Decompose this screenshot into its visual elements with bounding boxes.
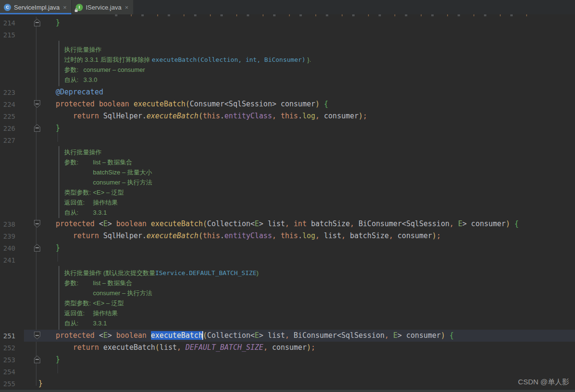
- gutter-cell: [15, 254, 38, 266]
- token: (: [203, 331, 207, 340]
- token: ;: [437, 231, 441, 240]
- doc-line: 返回值:操作结果: [64, 308, 575, 318]
- doc-text: 操作结果: [93, 199, 118, 206]
- code-line-254[interactable]: 254: [0, 366, 575, 378]
- token: entityClass: [224, 231, 272, 240]
- token: Consumer<SqlSession>: [190, 100, 276, 108]
- token: [38, 331, 56, 340]
- line-number: 240: [0, 244, 15, 252]
- token: this: [203, 231, 220, 240]
- token: (: [198, 112, 203, 120]
- line-number: 224: [0, 101, 15, 108]
- token: consumer: [393, 231, 432, 240]
- interface-icon: I: [76, 4, 83, 11]
- fold-marker-icon[interactable]: [34, 124, 40, 132]
- token: >: [108, 219, 116, 228]
- doc-text: list – 数据集合: [93, 159, 132, 166]
- token: ,: [272, 112, 276, 120]
- token: [147, 331, 151, 340]
- gutter-cell: [15, 378, 38, 390]
- code-line-214[interactable]: 214 }: [0, 17, 575, 29]
- token: >: [259, 219, 264, 228]
- rendered-javadoc-block[interactable]: 执行批量操作过时的 3.3.1 后面我打算移除掉 executeBatch(Co…: [58, 41, 575, 86]
- line-number: 215: [0, 31, 15, 39]
- token: E: [458, 219, 462, 228]
- token: ,: [449, 219, 454, 228]
- line-number: 239: [0, 232, 15, 240]
- token: .: [298, 231, 302, 240]
- code-line-215[interactable]: 215: [0, 29, 575, 41]
- doc-text: consumer – 执行方法: [93, 289, 152, 297]
- code-line-226[interactable]: 226 }: [0, 122, 575, 134]
- csdn-watermark: CSDN @单人影: [518, 378, 569, 387]
- token: executeBatch: [147, 112, 198, 120]
- token: {: [449, 331, 454, 340]
- code-line-223[interactable]: 223 @Deprecated: [0, 86, 575, 98]
- token: ,: [285, 219, 289, 228]
- gutter-cell: [15, 230, 38, 242]
- tab-iservice-java[interactable]: I IService.java ×: [71, 0, 133, 14]
- token: E: [103, 219, 107, 228]
- token: ): [315, 100, 320, 108]
- fold-marker-icon[interactable]: [34, 19, 40, 26]
- token: return: [73, 112, 99, 120]
- code-editor[interactable]: 214 }215执行批量操作过时的 3.3.1 后面我打算移除掉 execute…: [0, 14, 575, 390]
- token: (: [203, 219, 207, 228]
- doc-text: consumer – 执行方法: [93, 179, 152, 186]
- token: ,: [285, 331, 289, 340]
- code-line-239[interactable]: 239 return SqlHelper.executeBatch(this.e…: [0, 230, 575, 242]
- code-text: return SqlHelper.executeBatch(this.entit…: [38, 110, 367, 122]
- fold-marker-icon[interactable]: [34, 220, 40, 228]
- gutter-cell: [15, 17, 38, 29]
- token: [38, 219, 56, 228]
- fold-marker-icon[interactable]: [34, 332, 40, 339]
- fold-marker-icon[interactable]: [34, 100, 40, 108]
- code-text: protected boolean executeBatch(Consumer<…: [38, 98, 328, 110]
- close-icon[interactable]: ×: [125, 4, 128, 11]
- token: ,: [350, 219, 354, 228]
- code-line-224[interactable]: 224 protected boolean executeBatch(Consu…: [0, 98, 575, 110]
- fold-marker-icon[interactable]: [34, 356, 40, 363]
- token: [389, 331, 393, 340]
- code-text: @Deprecated: [38, 86, 103, 98]
- token: [181, 343, 185, 352]
- tab-serviceimpl-java[interactable]: C ServiceImpl.java ×: [0, 0, 71, 14]
- token: boolean: [99, 100, 129, 108]
- rendered-javadoc-block[interactable]: 执行批量操作 (默认批次提交数量IService.DEFAULT_BATCH_S…: [58, 266, 575, 330]
- code-text: }: [38, 378, 43, 390]
- code-line-227[interactable]: 227: [0, 134, 575, 146]
- doc-text: list – 数据集合: [93, 279, 132, 287]
- code-line-238[interactable]: 238 protected <E> boolean executeBatch(C…: [0, 218, 575, 230]
- token: protected: [56, 219, 94, 228]
- doc-line: consumer – 执行方法: [64, 177, 575, 187]
- code-text: }: [38, 122, 60, 134]
- token: [38, 112, 73, 120]
- token: (: [185, 100, 190, 108]
- token: [276, 231, 281, 240]
- code-line-255[interactable]: 255}: [0, 378, 575, 390]
- doc-line: 参数:consumer – consumer: [64, 65, 575, 75]
- gutter-cell: [15, 330, 38, 342]
- status-strip: [0, 389, 575, 392]
- code-line-225[interactable]: 225 return SqlHelper.executeBatch(this.e…: [0, 110, 575, 122]
- token: {: [514, 219, 518, 228]
- line-number: 255: [0, 380, 15, 388]
- doc-text: executeBatch(Collection, int, BiConsumer…: [152, 56, 306, 63]
- code-line-252[interactable]: 252 return executeBatch(list, DEFAULT_BA…: [0, 342, 575, 354]
- doc-text: 操作结果: [93, 310, 118, 317]
- code-line-241[interactable]: 241: [0, 254, 575, 266]
- doc-text: consumer – consumer: [83, 66, 145, 73]
- token: [38, 124, 56, 132]
- rendered-javadoc-block[interactable]: 执行批量操作参数:list – 数据集合batchSize – 批量大小cons…: [58, 146, 575, 218]
- close-icon[interactable]: ×: [63, 4, 67, 11]
- token: consumer: [467, 219, 506, 228]
- token: protected: [56, 100, 94, 108]
- doc-label: 类型参数:: [64, 298, 93, 308]
- code-line-240[interactable]: 240 }: [0, 242, 575, 254]
- code-line-253[interactable]: 253 }: [0, 354, 575, 366]
- code-line-251[interactable]: 251 protected <E> boolean executeBatch(C…: [0, 330, 575, 342]
- gutter-cell: [15, 242, 38, 254]
- fold-marker-icon[interactable]: [34, 244, 40, 252]
- line-number: 252: [0, 344, 15, 352]
- token: [320, 100, 324, 108]
